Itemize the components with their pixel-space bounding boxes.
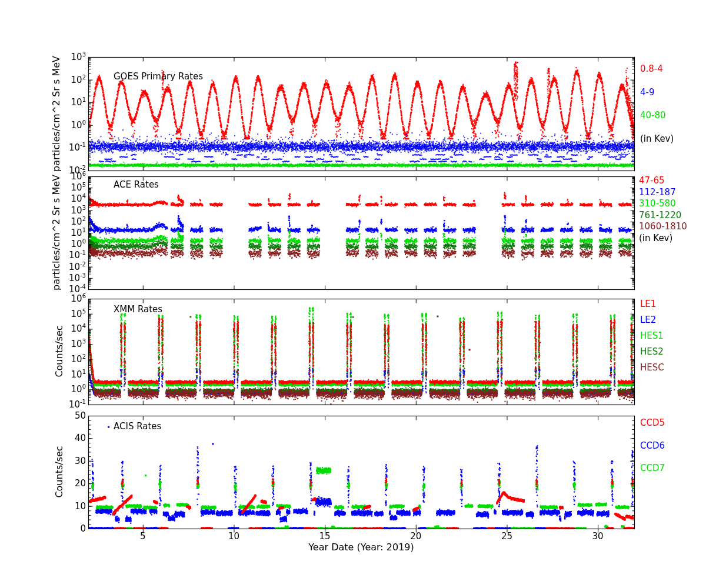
y-tick-label: 106 xyxy=(55,293,86,304)
y-tick-label: 105 xyxy=(55,182,86,193)
y-tick-label: 10-1 xyxy=(55,399,86,410)
legend-label: 0.8-4 xyxy=(640,64,663,74)
x-tick-label: 15 xyxy=(319,531,331,542)
legend-label: 47-65 xyxy=(639,175,665,186)
y-tick-label: 103 xyxy=(55,51,86,62)
y-tick-label: 105 xyxy=(55,308,86,319)
legend-label: CCD7 xyxy=(640,463,665,473)
panel-title-ace: ACE Rates xyxy=(114,179,159,190)
y-tick-label: 40 xyxy=(55,433,86,443)
y-tick-label: 10-1 xyxy=(55,249,86,260)
y-tick-label: 101 xyxy=(55,96,86,108)
y-tick-label: 101 xyxy=(55,227,86,238)
legend-label: LE1 xyxy=(640,299,656,309)
y-tick-label: 101 xyxy=(55,369,86,380)
y-tick-label: 104 xyxy=(55,323,86,334)
legend-label: 112-187 xyxy=(639,187,676,198)
y-tick-label: 10-3 xyxy=(55,272,86,283)
legend-label: HES1 xyxy=(640,330,664,341)
x-tick-label: 5 xyxy=(140,531,146,542)
panel-title-xmm: XMM Rates xyxy=(114,304,162,315)
legend-label: LE2 xyxy=(640,315,656,325)
x-tick-label: 25 xyxy=(501,531,512,542)
x-tick-label: 30 xyxy=(592,531,604,542)
y-tick-label: 10-2 xyxy=(55,261,86,272)
plot-canvas xyxy=(0,0,706,588)
y-tick-label: 104 xyxy=(55,193,86,204)
panel-title-goes: GOES Primary Rates xyxy=(114,71,203,82)
y-tick-label: 0 xyxy=(55,523,86,534)
y-tick-label: 103 xyxy=(55,205,86,216)
legend-label: 40-80 xyxy=(640,110,666,121)
y-tick-label: 10-1 xyxy=(55,142,86,153)
y-tick-label: 100 xyxy=(55,383,86,395)
x-axis-title: Year Date (Year: 2019) xyxy=(244,542,479,553)
legend-label: 761-1220 xyxy=(639,210,681,220)
legend-label: HESC xyxy=(640,362,664,373)
legend-label: (in Kev) xyxy=(640,133,674,144)
y-tick-label: 50 xyxy=(55,410,86,421)
x-tick-label: 10 xyxy=(228,531,239,542)
legend-label: HES2 xyxy=(640,346,664,357)
legend-label: (in Kev) xyxy=(639,233,672,243)
y-tick-label: 20 xyxy=(55,478,86,489)
figure: GOES Primary Rates ACE Rates XMM Rates A… xyxy=(0,0,706,588)
y-tick-label: 106 xyxy=(55,171,86,182)
x-tick-label: 20 xyxy=(410,531,421,542)
y-tick-label: 100 xyxy=(55,119,86,131)
legend-label: CCD6 xyxy=(640,440,665,451)
panel-title-acis: ACIS Rates xyxy=(114,421,161,432)
y-tick-label: 102 xyxy=(55,353,86,365)
legend-label: CCD5 xyxy=(640,417,665,428)
y-tick-label: 100 xyxy=(55,238,86,249)
legend-label: 4-9 xyxy=(640,87,655,98)
y-tick-label: 10 xyxy=(55,501,86,512)
y-tick-label: 30 xyxy=(55,456,86,466)
y-tick-label: 102 xyxy=(55,74,86,85)
y-tick-label: 102 xyxy=(55,216,86,227)
legend-label: 1060-1810 xyxy=(639,221,687,232)
y-tick-label: 103 xyxy=(55,338,86,349)
legend-label: 310-580 xyxy=(639,198,676,209)
